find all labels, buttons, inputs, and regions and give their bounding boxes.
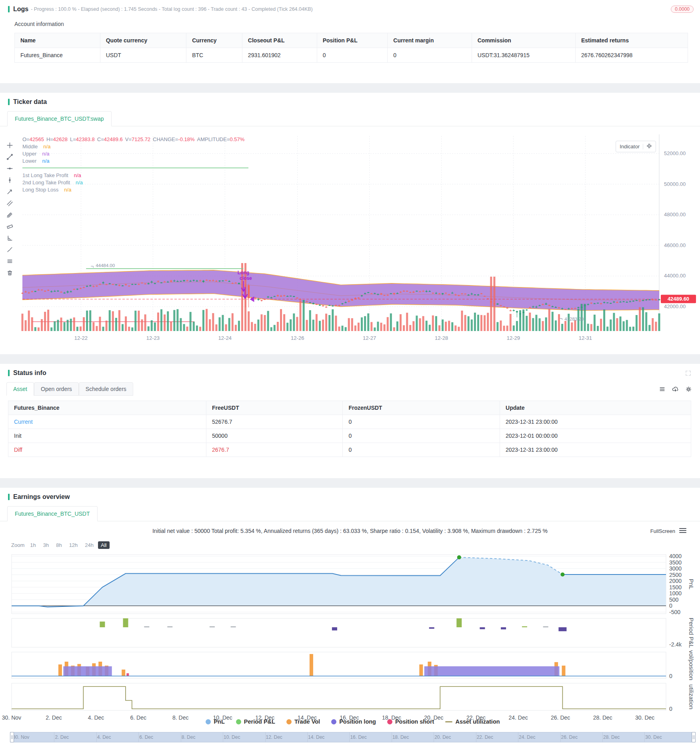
- legend-marker: [206, 719, 211, 724]
- navigator-label: 2. Dec: [55, 734, 69, 740]
- asset-row-label: Diff: [8, 443, 206, 457]
- frozen-usdt-cell: 0: [343, 443, 500, 457]
- svg-text:12-26: 12-26: [291, 335, 304, 341]
- legend-item-pnl[interactable]: PnL: [206, 718, 224, 725]
- navigator-label: 8. Dec: [182, 734, 196, 740]
- navigator-tick: [518, 732, 518, 742]
- status-info-section: Status info AssetOpen ordersSchedule ord…: [0, 364, 700, 478]
- brush-tool-icon[interactable]: [6, 246, 13, 253]
- navigator-right-handle[interactable]: [692, 732, 696, 742]
- asset-row-label: Init: [8, 429, 206, 443]
- account-header-cell: Position P&L: [317, 33, 388, 48]
- candlestick-plot[interactable]: 52000.0050000.0048000.0046000.0044000.00…: [14, 128, 700, 346]
- account-information-title: Account information: [14, 21, 700, 27]
- account-cell: 0: [317, 48, 388, 63]
- svg-text:500: 500: [669, 596, 679, 603]
- legend-item-position-long[interactable]: Position long: [331, 718, 376, 725]
- gear-icon[interactable]: [685, 386, 692, 393]
- svg-text:12-28: 12-28: [435, 335, 448, 341]
- tab-asset[interactable]: Asset: [6, 382, 34, 396]
- legend-item-asset-utilization[interactable]: Asset utilization: [445, 718, 500, 725]
- asset-row-label[interactable]: Current: [8, 415, 206, 429]
- list-tool-icon[interactable]: [6, 257, 13, 265]
- account-cell: Futures_Binance: [15, 48, 100, 63]
- legend-marker: [236, 719, 241, 724]
- vertical-line-tool-icon[interactable]: [6, 176, 13, 184]
- zoom-button-8h[interactable]: 8h: [53, 541, 64, 549]
- navigator-label: 24. Dec: [519, 734, 535, 740]
- legend-label: Trade Vol: [294, 718, 320, 725]
- zoom-button-3h[interactable]: 3h: [40, 541, 52, 549]
- navigator-tick: [434, 732, 434, 742]
- svg-text:0: 0: [669, 673, 672, 679]
- trash-tool-icon[interactable]: [6, 269, 13, 276]
- range-navigator[interactable]: 30. Nov2. Dec4. Dec6. Dec8. Dec10. Dec12…: [10, 732, 696, 742]
- navigator-tick: [96, 732, 97, 742]
- section-gap: [0, 83, 700, 93]
- navigator-tick: [223, 732, 223, 742]
- zoom-button-all[interactable]: All: [98, 541, 109, 549]
- legend-item-trade-vol[interactable]: Trade Vol: [286, 718, 320, 725]
- logs-summary: - Progress : 100.0 % - Elapsed (second) …: [31, 6, 313, 12]
- asset-table: Futures_BinanceFreeUSDTFrozenUSDTUpdate …: [8, 401, 691, 457]
- free-usdt-cell: 50000: [206, 429, 343, 443]
- zoom-button-1h[interactable]: 1h: [27, 541, 38, 549]
- ticker-data-section: Ticker data Futures_Binance_BTC_USDT:swa…: [0, 93, 700, 354]
- tab-futures-binance-btc-usdt-swap[interactable]: Futures_Binance_BTC_USDT:swap: [7, 111, 112, 126]
- svg-text:1500: 1500: [669, 584, 682, 590]
- asset-header-cell: Update: [500, 401, 691, 415]
- menu-icon[interactable]: [679, 528, 686, 535]
- legend-marker: [331, 719, 336, 724]
- expand-icon[interactable]: [685, 370, 691, 378]
- frozen-usdt-cell: 0: [343, 415, 500, 429]
- section-accent-bar: [8, 99, 10, 105]
- parallel-channel-tool-icon[interactable]: [6, 199, 13, 207]
- account-cell: BTC: [186, 48, 242, 63]
- asset-table-row: Current 52676.7 0 2023-12-31 23:00:00: [8, 415, 691, 429]
- pitchfork-tool-icon[interactable]: [6, 211, 13, 218]
- candlestick-chart-area: 52000.0050000.0048000.0046000.0044000.00…: [0, 128, 700, 352]
- tab-open-orders[interactable]: Open orders: [34, 382, 79, 396]
- svg-text:Long: Long: [238, 270, 249, 275]
- navigator-left-handle[interactable]: [10, 732, 14, 742]
- cloud-download-icon[interactable]: [672, 386, 679, 393]
- earnings-xaxis-area: 30. Nov2. Dec4. Dec6. Dec8. Dec10. Dec12…: [10, 714, 696, 728]
- tab-schedule-orders[interactable]: Schedule orders: [79, 382, 133, 396]
- account-header-cell: Commission: [472, 33, 575, 48]
- account-header-cell: Estimated returns: [575, 33, 688, 48]
- measure-tool-icon[interactable]: [6, 223, 13, 230]
- fullscreen-button[interactable]: FullScreen: [650, 528, 686, 535]
- tab-futures-binance-btc-usdt[interactable]: Futures_Binance_BTC_USDT: [7, 506, 98, 521]
- zoom-button-24h[interactable]: 24h: [82, 541, 96, 549]
- svg-text:0: 0: [669, 602, 672, 609]
- update-cell: 2023-12-01 00:00:00: [500, 429, 691, 443]
- menu-icon[interactable]: [659, 386, 666, 393]
- account-header-cell: Quote currency: [100, 33, 186, 48]
- svg-text:50000.00: 50000.00: [664, 181, 686, 187]
- trend-line-tool-icon[interactable]: [6, 153, 13, 160]
- legend-label: Position short: [395, 718, 434, 725]
- zoom-button-12h[interactable]: 12h: [66, 541, 81, 549]
- svg-text:46000.00: 46000.00: [664, 242, 686, 248]
- legend-item-period-p&l[interactable]: Period P&L: [236, 718, 275, 725]
- earnings-multipanel-plot[interactable]: 40003500300025002000150010005000-500PnL-…: [10, 552, 696, 714]
- arrow-line-tool-icon[interactable]: [6, 188, 13, 195]
- earnings-legend: PnLPeriod P&LTrade VolPosition longPosit…: [10, 718, 696, 725]
- navigator-label: 18. Dec: [392, 734, 409, 740]
- navigator-label: 22. Dec: [477, 734, 493, 740]
- navigator-label: 30. Dec: [645, 734, 662, 740]
- navigator-tick: [265, 732, 266, 742]
- horizontal-line-tool-icon[interactable]: [6, 165, 13, 172]
- collapse-arrows-icon[interactable]: [646, 143, 652, 150]
- indicator-button[interactable]: Indicator: [616, 141, 656, 152]
- ticker-data-title: Ticker data: [13, 98, 47, 106]
- legend-item-position-short[interactable]: Position short: [387, 718, 434, 725]
- crosshair-tool-icon[interactable]: [6, 142, 13, 149]
- angle-tool-icon[interactable]: [6, 234, 13, 241]
- account-table-row: Futures_BinanceUSDTBTC2931.60190200USDT:…: [15, 48, 688, 63]
- svg-text:44484.00: 44484.00: [96, 263, 115, 268]
- navigator-tick: [644, 732, 645, 742]
- svg-text:52000.00: 52000.00: [664, 150, 686, 156]
- account-cell: 2676.760262347998: [575, 48, 688, 63]
- update-cell: 2023-12-31 23:00:00: [500, 415, 691, 429]
